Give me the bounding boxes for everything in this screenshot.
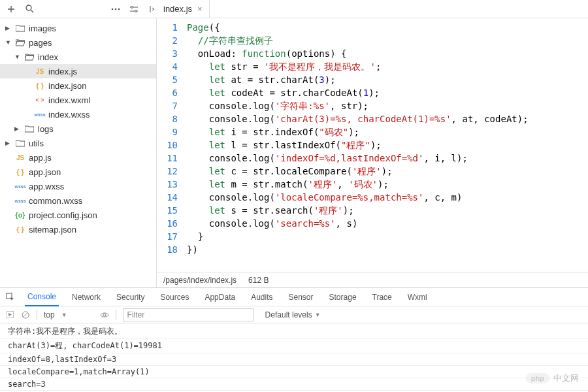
svg-point-9 — [103, 314, 106, 316]
folder-icon — [24, 125, 35, 133]
chevron-down-icon: ▼ — [5, 39, 12, 46]
code-content[interactable]: Page({ //字符串查找例子 onLoad: function(option… — [187, 18, 529, 272]
tree-label: project.config.json — [29, 210, 97, 220]
tree-label: logs — [38, 124, 54, 134]
context-selector[interactable]: top — [44, 310, 55, 319]
tree-label: common.wxss — [29, 196, 82, 206]
console-line: 字符串:我不是程序，我是码衣。 — [0, 325, 588, 339]
tree-file-sitemap[interactable]: { }sitemap.json — [0, 222, 156, 237]
tree-file-app-json[interactable]: { }app.json — [0, 165, 156, 179]
tree-folder-utils[interactable]: ▶utils — [0, 136, 156, 150]
statusbar: /pages/index/index.js 612 B — [157, 272, 588, 287]
folder-icon — [14, 25, 26, 32]
file-size: 612 B — [248, 276, 269, 285]
config-icon: {o} — [14, 211, 26, 219]
svg-point-3 — [118, 8, 120, 10]
tree-label: index — [38, 52, 58, 62]
search-icon[interactable] — [25, 5, 34, 14]
tree-folder-pages[interactable]: ▼pages — [0, 35, 156, 50]
tree-folder-logs[interactable]: ▶logs — [0, 122, 156, 136]
play-icon[interactable] — [5, 310, 14, 319]
folder-icon — [14, 140, 26, 147]
tab-wxml[interactable]: Wxml — [405, 288, 430, 306]
tab-console[interactable]: Console — [25, 288, 59, 306]
console-toolbar: top ▼ Filter Default levels▼ — [0, 306, 588, 323]
tree-folder-images[interactable]: ▶images — [0, 21, 156, 35]
tree-label: index.wxml — [48, 95, 90, 105]
json-icon: { } — [14, 225, 26, 233]
topbar-left — [0, 5, 157, 14]
tab-security[interactable]: Security — [114, 288, 147, 306]
tab-sources[interactable]: Sources — [157, 288, 191, 306]
sliders-icon[interactable] — [129, 5, 139, 14]
tree-label: app.js — [29, 153, 52, 163]
folder-open-icon — [24, 54, 35, 61]
file-explorer: ▶images ▼pages ▼index JSindex.js { }inde… — [0, 18, 157, 287]
tree-label: index.js — [48, 67, 77, 76]
chevron-down-icon: ▼ — [14, 54, 21, 60]
chevron-right-icon: ▶ — [14, 125, 21, 132]
tree-file-project-config[interactable]: {o}project.config.json — [0, 208, 156, 222]
code-area[interactable]: 123456789101112131415161718 Page({ //字符串… — [157, 18, 588, 272]
js-icon: JS — [14, 154, 26, 161]
editor: 123456789101112131415161718 Page({ //字符串… — [157, 18, 588, 287]
clear-icon[interactable] — [21, 310, 30, 319]
tree-label: index.json — [48, 81, 87, 91]
tree-file-index-wxss[interactable]: wxssindex.wxss — [0, 107, 156, 122]
editor-tab[interactable]: index.js × — [157, 0, 210, 18]
tab-title: index.js — [163, 4, 192, 14]
tab-network[interactable]: Network — [69, 288, 103, 306]
file-path: /pages/index/index.js — [163, 276, 237, 285]
inspect-icon[interactable] — [5, 293, 14, 302]
tab-audits[interactable]: Audits — [248, 288, 275, 306]
close-icon[interactable]: × — [197, 4, 203, 14]
tree-file-index-json[interactable]: { }index.json — [0, 78, 156, 93]
svg-point-5 — [135, 10, 137, 12]
svg-point-4 — [131, 6, 133, 8]
tree-file-app-wxss[interactable]: wxssapp.wxss — [0, 179, 156, 193]
more-icon[interactable] — [111, 5, 120, 14]
gutter: 123456789101112131415161718 — [157, 18, 187, 272]
tree-label: index.wxss — [48, 110, 90, 120]
chevron-right-icon: ▶ — [5, 140, 12, 146]
tree-file-index-js[interactable]: JSindex.js — [0, 64, 156, 78]
wxml-icon: < > — [34, 97, 46, 103]
tree-label: sitemap.json — [29, 225, 76, 235]
chevron-right-icon: ▶ — [5, 25, 12, 31]
new-file-icon[interactable] — [7, 5, 16, 14]
filter-input[interactable]: Filter — [123, 308, 253, 321]
svg-point-2 — [115, 8, 117, 10]
main: ▶images ▼pages ▼index JSindex.js { }inde… — [0, 18, 588, 287]
svg-point-0 — [26, 5, 31, 10]
tree-file-common-wxss[interactable]: wxsscommon.wxss — [0, 193, 156, 208]
tree-folder-index[interactable]: ▼index — [0, 50, 156, 64]
tree-file-app-js[interactable]: JSapp.js — [0, 150, 156, 165]
collapse-icon[interactable] — [148, 5, 157, 14]
tree-file-index-wxml[interactable]: < >index.wxml — [0, 93, 156, 107]
console-line: localeCompare=1,match=Array(1) — [0, 366, 588, 378]
tree-label: pages — [29, 38, 52, 48]
tab-sensor[interactable]: Sensor — [286, 288, 316, 306]
json-icon: { } — [14, 168, 26, 176]
json-icon: { } — [34, 82, 46, 90]
folder-open-icon — [14, 39, 26, 46]
levels-selector[interactable]: Default levels▼ — [265, 310, 321, 319]
wxss-icon: wxss — [14, 184, 26, 189]
console-line: indexOf=8,lastIndexOf=3 — [0, 353, 588, 366]
tab-appdata[interactable]: AppData — [202, 288, 238, 306]
svg-point-1 — [112, 8, 114, 10]
tree-label: app.wxss — [29, 182, 64, 191]
tree-label: app.json — [29, 167, 61, 177]
devtools: Console Network Security Sources AppData… — [0, 287, 588, 392]
tab-trace[interactable]: Trace — [370, 288, 395, 306]
wxss-icon: wxss — [14, 199, 26, 203]
js-icon: JS — [34, 68, 46, 75]
wxss-icon: wxss — [34, 112, 46, 117]
chevron-down-icon: ▼ — [315, 312, 321, 318]
topbar: index.js × — [0, 0, 588, 18]
console-line: charAt(3)=程, charCodeAt(1)=19981 — [0, 339, 588, 353]
tree-label: images — [29, 24, 56, 33]
tab-storage[interactable]: Storage — [327, 288, 359, 306]
eye-icon[interactable] — [100, 310, 109, 319]
devtools-tabs: Console Network Security Sources AppData… — [0, 288, 588, 306]
